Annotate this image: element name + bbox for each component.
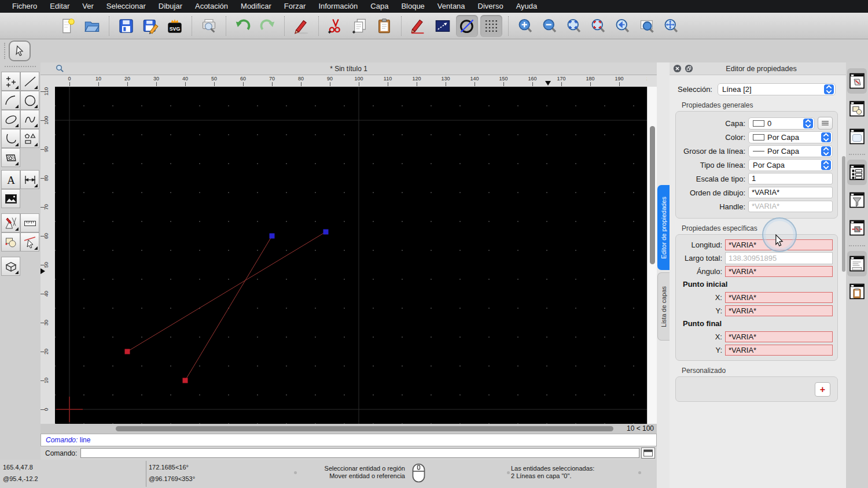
menu-dibujar[interactable]: Dibujar (152, 0, 189, 13)
tipodelínea-dropdown[interactable]: Por Capa (748, 159, 833, 171)
menu-acotación[interactable]: Acotación (189, 0, 234, 13)
drawing-canvas[interactable] (55, 87, 647, 424)
tool-box-3d[interactable] (1, 257, 20, 276)
save-button[interactable] (115, 15, 137, 37)
color-dropdown[interactable]: Por Capa (748, 131, 833, 143)
library-window-toggle[interactable] (847, 124, 867, 149)
select-window-button[interactable] (432, 15, 454, 37)
tool-text[interactable]: A (1, 170, 20, 189)
layer-list-window-toggle[interactable] (847, 160, 867, 185)
open-file-button[interactable] (81, 15, 103, 37)
draw-circle-line-button[interactable] (456, 15, 478, 37)
zoom-previous-button[interactable] (612, 15, 634, 37)
capa-dropdown[interactable]: 0 (748, 117, 815, 130)
print-preview-button[interactable] (198, 15, 220, 37)
grosordelalínea-dropdown[interactable]: Por Capa (748, 145, 833, 157)
menu-ver[interactable]: Ver (76, 0, 100, 13)
horizontal-scrollbar-thumb[interactable] (116, 426, 613, 431)
draw-pencil-button[interactable] (407, 15, 429, 37)
varies-field[interactable]: *VARIA* (725, 345, 833, 356)
menu-forzar[interactable]: Forzar (278, 0, 312, 13)
remove-entity-button[interactable] (290, 15, 312, 37)
menu-seleccionar[interactable]: Seleccionar (100, 0, 152, 13)
toolbar-handle[interactable] (4, 43, 5, 59)
new-file-button[interactable] (57, 15, 79, 37)
box-3d-icon (4, 260, 18, 273)
menu-ventana[interactable]: Ventana (431, 0, 472, 13)
menu-bloque[interactable]: Bloque (395, 0, 431, 13)
property-input[interactable]: *VARIA* (748, 201, 833, 212)
varies-field[interactable]: *VARIA* (725, 266, 833, 277)
menu-información[interactable]: Información (312, 0, 364, 13)
toggle-grid-button[interactable] (480, 15, 502, 37)
undo-button[interactable] (232, 15, 254, 37)
line-start-handle[interactable] (183, 378, 188, 383)
selection-dropdown[interactable]: Línea [2] (718, 83, 836, 95)
vertical-scrollbar[interactable] (647, 87, 657, 424)
tool-circle[interactable] (20, 91, 39, 110)
menu-ayuda[interactable]: Ayuda (510, 0, 544, 13)
property-input[interactable]: 1 (748, 173, 833, 184)
menu-capa[interactable]: Capa (364, 0, 395, 13)
layer-filter-window-toggle[interactable] (847, 187, 867, 213)
line-end-handle[interactable] (270, 234, 275, 239)
entity-line[interactable] (185, 236, 272, 380)
menu-diverso[interactable]: Diverso (472, 0, 510, 13)
tab-layer-list[interactable]: Lista de capas (657, 272, 670, 341)
tool-blocks[interactable] (1, 232, 20, 252)
paste-button[interactable] (373, 15, 395, 37)
tool-polygon[interactable] (20, 129, 39, 148)
vertical-scrollbar-thumb[interactable] (650, 126, 655, 264)
export-svg-button[interactable]: SVG (164, 15, 186, 37)
add-custom-property-button[interactable]: + (815, 382, 830, 397)
tool-points[interactable] (1, 72, 20, 91)
cut-button[interactable] (325, 15, 347, 37)
pen-palette-window-toggle[interactable] (847, 215, 867, 241)
line-end-handle[interactable] (323, 230, 329, 235)
tool-delete-entity[interactable] (20, 232, 39, 252)
layer-menu-button[interactable] (818, 117, 833, 130)
zoom-auto-button[interactable] (563, 15, 585, 37)
varies-field[interactable]: *VARIA* (725, 305, 833, 316)
menu-modificar[interactable]: Modificar (234, 0, 278, 13)
menu-editar[interactable]: Editar (43, 0, 76, 13)
tool-line[interactable] (20, 72, 39, 91)
tab-property-editor[interactable]: Editor de propiedades (657, 185, 670, 270)
save-as-button[interactable] (139, 15, 161, 37)
zoom-window-button[interactable] (636, 15, 658, 37)
undock-panel-icon[interactable] (685, 64, 693, 73)
zoom-out-button[interactable] (539, 15, 561, 37)
close-panel-icon[interactable] (673, 64, 682, 73)
tool-dimension[interactable] (20, 170, 39, 189)
tool-spline[interactable] (20, 110, 39, 129)
property-input[interactable]: *VARIA* (748, 187, 833, 198)
varies-field[interactable]: *VARIA* (725, 331, 833, 342)
block-list-window-toggle[interactable] (847, 96, 867, 121)
palette-handle[interactable] (5, 66, 36, 67)
line-start-handle[interactable] (125, 349, 130, 354)
horizontal-scrollbar[interactable]: 10 < 100 (41, 424, 657, 434)
keyboard-toggle-button[interactable] (641, 448, 655, 459)
menu-fichero[interactable]: Fichero (6, 0, 43, 13)
redo-button[interactable] (256, 15, 278, 37)
zoom-pan-button[interactable] (660, 15, 682, 37)
copy-button[interactable] (349, 15, 371, 37)
property-editor-window-toggle[interactable] (847, 68, 867, 94)
zoom-selected-button[interactable] (587, 15, 609, 37)
tool-arc[interactable] (1, 91, 20, 110)
panel-scrollbar-thumb[interactable] (842, 156, 845, 272)
zoom-in-button[interactable] (514, 15, 536, 37)
varies-field[interactable]: *VARIA* (725, 292, 833, 303)
tool-image[interactable] (1, 189, 20, 208)
tool-hatch[interactable] (1, 148, 20, 167)
tool-ellipse[interactable] (1, 110, 20, 129)
select-tool-button[interactable] (9, 40, 31, 61)
total-length-field[interactable]: 138.30951895 (725, 252, 833, 264)
entity-line[interactable] (127, 232, 326, 352)
tool-polyline[interactable] (1, 129, 20, 148)
command-input[interactable] (80, 448, 639, 458)
command-window-toggle[interactable] (847, 251, 867, 276)
tool-modify[interactable] (1, 213, 20, 232)
tool-measure[interactable] (20, 213, 39, 232)
clipboard-window-toggle[interactable] (847, 279, 867, 304)
